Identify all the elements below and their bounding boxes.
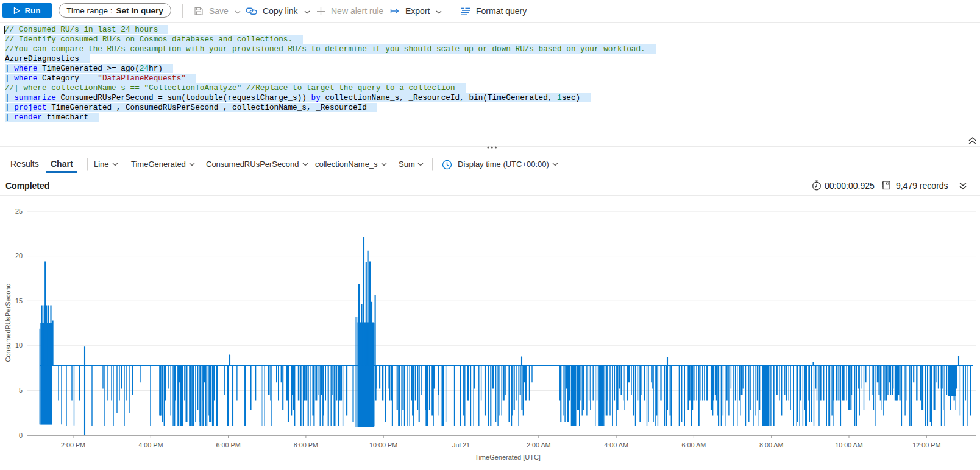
svg-text:10: 10 [15,342,23,349]
svg-text:4:00 PM: 4:00 PM [138,441,163,449]
svg-text:6:00 PM: 6:00 PM [216,441,240,449]
svg-text:2:00 AM: 2:00 AM [527,441,551,449]
svg-text:6:00 AM: 6:00 AM [682,441,706,449]
svg-text:20: 20 [15,252,23,259]
svg-text:TimeGenerated [UTC]: TimeGenerated [UTC] [475,454,541,461]
svg-text:15: 15 [15,297,23,304]
svg-text:0: 0 [19,432,23,439]
svg-text:8:00 PM: 8:00 PM [294,441,318,449]
svg-text:10:00 AM: 10:00 AM [835,441,863,449]
svg-text:10:00 PM: 10:00 PM [369,441,397,449]
svg-text:12:00 PM: 12:00 PM [912,441,940,449]
svg-text:25: 25 [15,208,23,215]
svg-text:8:00 AM: 8:00 AM [759,441,784,449]
svg-text:ConsumedRUsPerSecond: ConsumedRUsPerSecond [4,283,12,362]
svg-text:5: 5 [19,387,23,394]
svg-text:2:00 PM: 2:00 PM [61,441,85,449]
svg-text:Jul 21: Jul 21 [452,441,470,449]
svg-text:4:00 AM: 4:00 AM [604,441,628,449]
